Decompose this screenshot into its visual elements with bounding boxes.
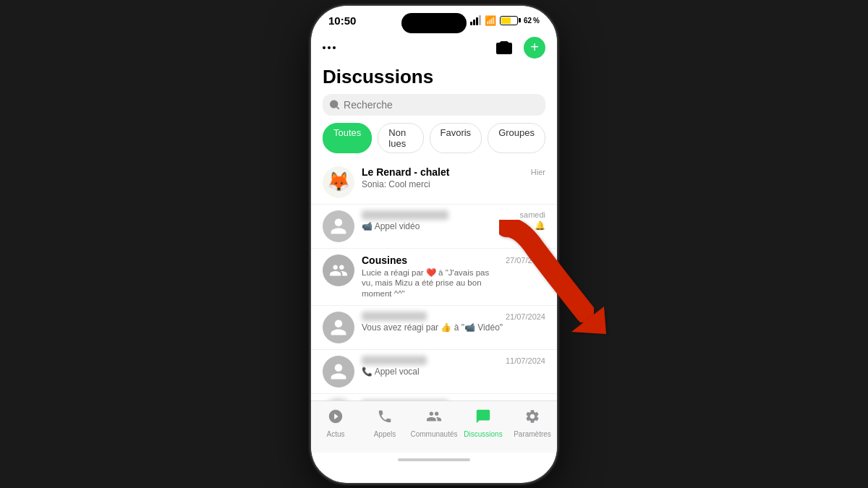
chat-time-blurred-3: 11/07/2024 — [506, 356, 545, 365]
filter-tab-non-lues[interactable]: Non lues — [378, 123, 423, 153]
search-bar[interactable] — [323, 94, 545, 116]
status-time: 10:50 — [328, 14, 356, 27]
chat-list: 🦊 Le Renard - chalet Hier Sonia: Cool me… — [311, 160, 557, 401]
chat-info-cousines: Cousines 27/07/2024 Lucie a réagi par ❤️… — [362, 254, 545, 300]
chat-info-le-renard: Le Renard - chalet Hier Sonia: Cool merc… — [362, 166, 545, 189]
app-content: + Discussions Toutes Non lues Favoris — [311, 30, 557, 467]
avatar-blurred-1 — [323, 210, 354, 242]
parametres-icon — [524, 408, 540, 428]
search-input[interactable] — [344, 99, 538, 111]
chat-name-cousines: Cousines — [362, 254, 407, 266]
nav-label-communautes: Communautés — [410, 430, 457, 438]
chat-time-blurred-1: samedi — [520, 210, 545, 219]
status-icons: 📶 62 % — [470, 15, 540, 26]
battery-icon: 62 % — [500, 16, 540, 25]
nav-label-parametres: Paramètres — [514, 430, 551, 438]
filter-tab-toutes[interactable]: Toutes — [323, 123, 372, 153]
app-header: + — [311, 30, 557, 63]
nav-item-parametres[interactable]: Paramètres — [508, 406, 557, 441]
chat-item-blurred-3[interactable]: 11/07/2024 📞 Appel vocal — [311, 350, 557, 394]
avatar-blurred-2 — [323, 312, 354, 343]
dot-1 — [323, 46, 326, 49]
wifi-icon: 📶 — [485, 15, 496, 26]
phone-body: 10:50 📶 62 % — [311, 6, 557, 483]
add-button[interactable]: + — [524, 37, 545, 59]
chat-preview-cousines: Lucie a réagi par ❤️ à "J'avais pas vu, … — [362, 267, 499, 300]
chat-item-cousines[interactable]: Cousines 27/07/2024 Lucie a réagi par ❤️… — [311, 249, 557, 307]
mute-icon-1: 🔔 — [535, 221, 545, 231]
bottom-nav: Actus Appels Communautés — [311, 401, 557, 453]
chat-info-blurred-3: 11/07/2024 📞 Appel vocal — [362, 356, 545, 377]
actus-icon — [328, 408, 344, 428]
nav-item-actus[interactable]: Actus — [311, 406, 360, 441]
communautes-icon — [426, 408, 442, 428]
chat-preview-blurred-1: 📹 Appel vidéo — [362, 221, 420, 231]
avatar-le-renard: 🦊 — [323, 166, 354, 198]
chat-info-blurred-1: samedi 📹 Appel vidéo 🔔 — [362, 210, 545, 231]
filter-tab-groupes[interactable]: Groupes — [488, 123, 545, 153]
chat-name-le-renard: Le Renard - chalet — [362, 166, 449, 178]
more-options-button[interactable] — [323, 46, 336, 49]
discussions-icon — [475, 408, 491, 428]
search-icon — [330, 100, 339, 110]
chat-time-blurred-2: 21/07/2024 — [506, 312, 545, 321]
nav-label-discussions: Discussions — [464, 430, 502, 438]
dot-2 — [328, 46, 331, 49]
dot-3 — [333, 46, 336, 49]
chat-info-blurred-2: 21/07/2024 Vous avez réagi par 👍 à "📹 Vi… — [362, 312, 545, 333]
chat-item-blurred-4[interactable] — [311, 394, 557, 400]
page-title: Discussions — [311, 63, 557, 94]
battery-suffix: % — [533, 17, 540, 25]
chat-preview-blurred-2: Vous avez réagi par 👍 à "📹 Vidéo" — [362, 322, 503, 333]
home-bar — [398, 458, 470, 461]
battery-percent: 62 — [524, 17, 532, 25]
nav-item-communautes[interactable]: Communautés — [409, 406, 459, 441]
chat-time-cousines: 27/07/2024 — [506, 256, 545, 265]
svg-marker-0 — [571, 307, 606, 334]
camera-button[interactable] — [492, 35, 516, 60]
chat-preview-blurred-3: 📞 Appel vocal — [362, 367, 420, 377]
filter-tab-favoris[interactable]: Favoris — [430, 123, 482, 153]
phone-screen: 10:50 📶 62 % — [311, 6, 557, 483]
header-right: + — [492, 35, 545, 60]
chat-item-le-renard[interactable]: 🦊 Le Renard - chalet Hier Sonia: Cool me… — [311, 160, 557, 205]
nav-item-discussions[interactable]: Discussions — [459, 406, 508, 441]
filter-tabs: Toutes Non lues Favoris Groupes — [311, 123, 557, 160]
blurred-name-2 — [362, 312, 427, 321]
chat-preview-le-renard: Sonia: Cool merci — [362, 179, 430, 189]
phone-mockup: 10:50 📶 62 % — [311, 6, 557, 483]
chat-time-le-renard: Hier — [531, 168, 545, 176]
avatar-blurred-3 — [323, 356, 354, 388]
signal-icon — [470, 15, 481, 25]
appels-icon — [377, 408, 393, 428]
blurred-name-3 — [362, 356, 427, 365]
avatar-cousines — [323, 254, 354, 286]
blurred-name-1 — [362, 210, 448, 220]
chat-item-blurred-1[interactable]: samedi 📹 Appel vidéo 🔔 — [311, 205, 557, 249]
home-indicator — [311, 453, 557, 467]
chat-item-blurred-2[interactable]: 21/07/2024 Vous avez réagi par 👍 à "📹 Vi… — [311, 306, 557, 350]
nav-item-appels[interactable]: Appels — [360, 406, 409, 441]
nav-label-appels: Appels — [374, 430, 396, 438]
dynamic-island — [401, 13, 467, 33]
nav-label-actus: Actus — [326, 430, 344, 438]
